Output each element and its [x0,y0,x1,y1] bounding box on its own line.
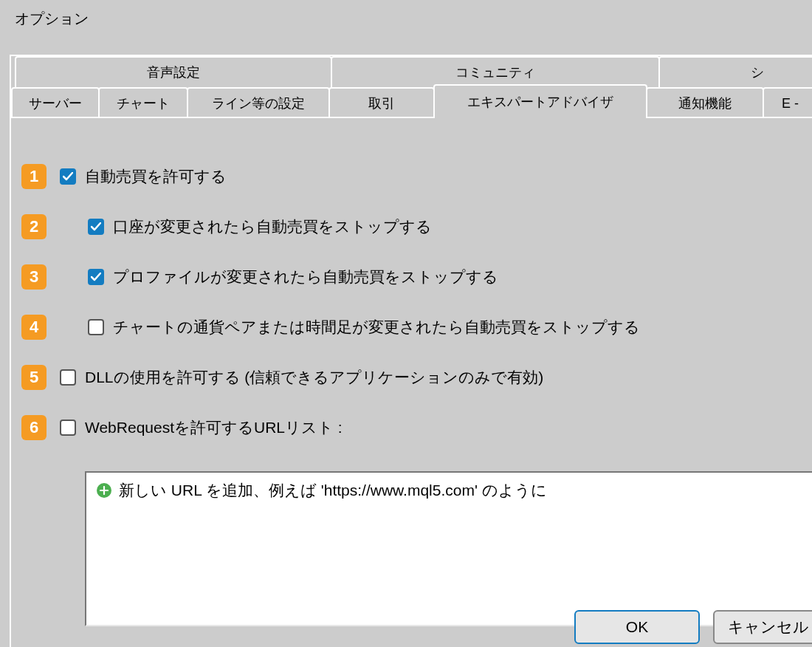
badge-2: 2 [21,214,47,239]
check-icon [91,222,101,231]
option-label: 口座が変更されたら自動売買をストップする [113,216,432,237]
tab-community[interactable]: コミュニティ [331,56,660,87]
tab-label: サーバー [29,95,82,112]
tab-audio[interactable]: 音声設定 [15,56,332,87]
tabs-upper-row: 音声設定 コミュニティ シ [15,56,812,87]
button-label: キャンセル [728,617,809,637]
option-stop-on-symbol-change: 4 チャートの通貨ペアまたは時間足が変更されたら自動売買をストップする [11,315,812,340]
option-label: DLLの使用を許可する (信頼できるアプリケーションのみで有効) [85,367,543,388]
tab-email[interactable]: E - [763,87,812,118]
check-icon [91,273,101,281]
badge-1: 1 [21,164,47,189]
tab-sign[interactable]: シ [658,56,812,87]
option-label: WebRequestを許可するURLリスト : [85,417,343,438]
tab-content: 1 自動売買を許可する 2 口座が変更されたら自動売買をストップする 3 プロフ… [11,120,812,647]
badge-4: 4 [21,315,47,340]
dialog-buttons: OK キャンセル [574,610,812,644]
tab-label: シ [751,64,764,81]
tab-label: E - [782,96,799,112]
ok-button[interactable]: OK [574,610,700,644]
url-add-row[interactable]: 新しい URL を追加、例えば 'https://www.mql5.com' の… [97,480,812,501]
tab-notify[interactable]: 通知機能 [646,87,764,118]
checkbox-allow-autotrade[interactable] [60,168,76,185]
option-label: プロファイルが変更されたら自動売買をストップする [113,267,498,287]
checkbox-allow-dll[interactable] [60,369,76,386]
option-stop-on-profile-change: 3 プロファイルが変更されたら自動売買をストップする [11,264,812,290]
button-label: OK [626,618,648,636]
tab-chart[interactable]: チャート [98,87,188,118]
tab-label: ライン等の設定 [212,95,305,112]
tab-label: 取引 [368,95,395,112]
checkbox-stop-on-symbol-change[interactable] [88,319,104,335]
url-placeholder-text: 新しい URL を追加、例えば 'https://www.mql5.com' の… [119,480,547,501]
option-stop-on-account-change: 2 口座が変更されたら自動売買をストップする [11,214,812,239]
tab-label: エキスパートアドバイザ [467,93,613,111]
plus-icon [97,483,111,498]
dialog-body: 音声設定 コミュニティ シ サーバー チャート ライン等の設定 取引 エキスパー… [10,55,812,647]
option-allow-webrequest: 6 WebRequestを許可するURLリスト : [11,415,812,440]
tabs-container: 音声設定 コミュニティ シ サーバー チャート ライン等の設定 取引 エキスパー… [11,56,812,118]
tabs-lower-row: サーバー チャート ライン等の設定 取引 エキスパートアドバイザ 通知機能 E … [11,87,812,118]
option-allow-autotrade: 1 自動売買を許可する [11,164,812,189]
option-label: 自動売買を許可する [85,166,227,187]
check-icon [63,172,73,181]
tab-expert-advisor[interactable]: エキスパートアドバイザ [433,84,647,118]
checkbox-allow-webrequest[interactable] [60,420,76,436]
badge-5: 5 [21,365,47,390]
tab-line[interactable]: ライン等の設定 [187,87,330,118]
badge-6: 6 [21,415,47,440]
tab-label: チャート [117,95,170,112]
tab-trade[interactable]: 取引 [328,87,435,118]
tab-label: 通知機能 [678,95,732,112]
option-label: チャートの通貨ペアまたは時間足が変更されたら自動売買をストップする [113,317,640,338]
tab-label: 音声設定 [147,64,200,81]
tab-label: コミュニティ [455,64,535,81]
url-list-box[interactable]: 新しい URL を追加、例えば 'https://www.mql5.com' の… [85,471,812,626]
cancel-button[interactable]: キャンセル [713,610,812,644]
tab-server[interactable]: サーバー [11,87,100,118]
badge-3: 3 [21,264,47,290]
option-allow-dll: 5 DLLの使用を許可する (信頼できるアプリケーションのみで有効) [11,365,812,390]
checkbox-stop-on-account-change[interactable] [88,219,104,235]
dialog-title: オプション [0,0,812,38]
checkbox-stop-on-profile-change[interactable] [88,269,104,285]
